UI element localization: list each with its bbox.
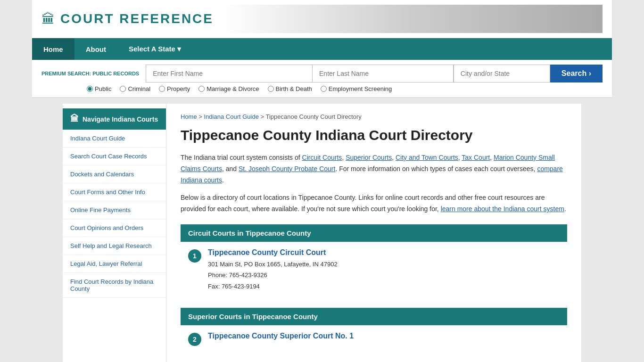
link-superior-courts[interactable]: Superior Courts [346, 154, 392, 161]
link-compare-courts[interactable]: compare Indiana courts [181, 165, 563, 184]
court-name-1[interactable]: Tippecanoe County Circuit Court [208, 248, 326, 256]
breadcrumb-current: Tippecanoe County Court Directory [265, 113, 361, 120]
sidebar-item-indiana-court-guide[interactable]: Indiana Court Guide [63, 130, 166, 148]
link-st-joseph-probate[interactable]: St. Joseph County Probate Court [239, 165, 335, 173]
city-state-input[interactable] [454, 65, 550, 82]
link-city-town-courts[interactable]: City and Town Courts [396, 154, 458, 161]
nav-about[interactable]: About [74, 38, 117, 60]
court-info-1: 301 Main St, PO Box 1665, Lafayette, IN … [208, 259, 560, 292]
court-details-1: Tippecanoe County Circuit Court 301 Main… [208, 248, 560, 292]
sidebar-navigate-icon: 🏛 [70, 114, 79, 124]
court-phone-1: Phone: 765-423-9326 [208, 270, 560, 280]
sidebar-item-navigate-indiana[interactable]: 🏛 Navigate Indiana Courts [63, 108, 166, 130]
court-number-2: 2 [188, 333, 201, 346]
sidebar-item-search-court-case[interactable]: Search Court Case Records [63, 148, 166, 165]
court-fax-1: Fax: 765-423-9194 [208, 281, 560, 292]
sidebar: 🏛 Navigate Indiana Courts Indiana Court … [63, 104, 166, 362]
last-name-input[interactable] [312, 65, 454, 82]
breadcrumb: Home > Indiana Court Guide > Tippecanoe … [181, 113, 567, 120]
intro-paragraph-1: The Indiana trial court system consists … [181, 152, 567, 186]
link-tax-court[interactable]: Tax Court [462, 154, 490, 161]
court-item-2: 2 Tippecanoe County Superior Court No. 1 [181, 325, 567, 353]
breadcrumb-guide[interactable]: Indiana Court Guide [204, 113, 259, 120]
main-nav: Home About Select A State ▾ [32, 38, 612, 60]
logo-text: COURT REFERENCE [60, 11, 214, 26]
main-content: 🏛 Navigate Indiana Courts Indiana Court … [63, 104, 581, 362]
first-name-input[interactable] [146, 65, 312, 82]
radio-marriage-divorce[interactable]: Marriage & Divorce [198, 85, 259, 92]
link-circuit-courts[interactable]: Circuit Courts [302, 154, 342, 161]
link-learn-more[interactable]: learn more about the Indiana court syste… [441, 205, 564, 213]
header-background [223, 5, 603, 33]
nav-home[interactable]: Home [32, 38, 74, 60]
circuit-courts-section-header: Circuit Courts in Tippecanoe County [181, 224, 567, 242]
sidebar-item-find-court-records[interactable]: Find Court Records by Indiana County [63, 273, 166, 298]
radio-criminal[interactable]: Criminal [120, 85, 150, 92]
search-button[interactable]: Search › [550, 65, 603, 82]
superior-courts-section-header: Superior Courts in Tippecanoe County [181, 308, 567, 325]
court-name-2[interactable]: Tippecanoe County Superior Court No. 1 [208, 332, 354, 340]
logo-icon: 🏛 [41, 11, 55, 27]
radio-property[interactable]: Property [159, 85, 190, 92]
court-address-1: 301 Main St, PO Box 1665, Lafayette, IN … [208, 259, 560, 270]
radio-public[interactable]: Public [87, 85, 111, 92]
court-number-1: 1 [188, 249, 201, 263]
sidebar-item-online-fine-payments[interactable]: Online Fine Payments [63, 201, 166, 219]
sidebar-item-dockets-calendars[interactable]: Dockets and Calendars [63, 165, 166, 183]
main-content-area: Home > Indiana Court Guide > Tippecanoe … [166, 104, 581, 362]
sidebar-item-legal-aid[interactable]: Legal Aid, Lawyer Referral [63, 255, 166, 273]
intro-paragraph-2: Below is a directory of court locations … [181, 192, 567, 215]
sidebar-item-self-help[interactable]: Self Help and Legal Research [63, 237, 166, 255]
sidebar-item-court-opinions[interactable]: Court Opinions and Orders [63, 219, 166, 237]
radio-birth-death[interactable]: Birth & Death [268, 85, 312, 92]
premium-label: PREMIUM SEARCH: PUBLIC RECORDS [41, 70, 139, 77]
breadcrumb-home[interactable]: Home [181, 113, 197, 120]
sidebar-item-court-forms[interactable]: Court Forms and Other Info [63, 183, 166, 201]
search-radio-group: Public Criminal Property Marriage & Divo… [32, 82, 612, 98]
court-details-2: Tippecanoe County Superior Court No. 1 [208, 332, 560, 340]
nav-select-state[interactable]: Select A State ▾ [117, 38, 192, 60]
page-title: Tippecanoe County Indiana Court Director… [181, 127, 567, 144]
court-item-1: 1 Tippecanoe County Circuit Court 301 Ma… [181, 242, 567, 298]
radio-employment[interactable]: Employment Screening [321, 85, 392, 92]
